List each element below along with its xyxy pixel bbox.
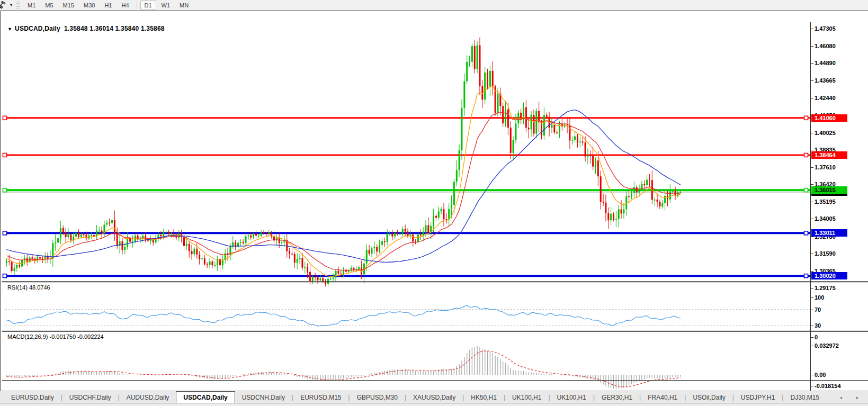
- price-level-label: 1.36015: [811, 186, 847, 194]
- price-tick-label: 1.44890: [815, 60, 836, 66]
- panel-separator[interactable]: [2, 331, 868, 332]
- panel-separator[interactable]: [2, 281, 868, 282]
- tab-usoil-daily[interactable]: USOil,Daily: [686, 392, 732, 403]
- timeframe-button-M15[interactable]: M15: [59, 1, 78, 10]
- rsi-tick-label: 70: [815, 306, 821, 313]
- macd-signal-line: [6, 351, 680, 387]
- line-drag-marker[interactable]: [3, 231, 7, 235]
- tab-eurusd-daily[interactable]: EURUSD,Daily: [4, 392, 61, 403]
- line-drag-marker[interactable]: [804, 116, 808, 120]
- tab-eurusd-m15[interactable]: EURUSD,M15: [293, 392, 348, 403]
- tab-fra40-h1[interactable]: FRA40,H1: [641, 392, 684, 403]
- price-tick-label: 1.47305: [815, 25, 836, 32]
- price-tick: [810, 202, 813, 202]
- macd-histogram: [6, 346, 680, 389]
- tool-dropdown-icon[interactable]: ▾: [10, 3, 12, 7]
- tab-uk100-h1[interactable]: UK100,H1: [505, 392, 548, 403]
- timeframe-button-W1[interactable]: W1: [157, 1, 175, 10]
- tab-xauusd-daily[interactable]: XAUUSD,Daily: [406, 392, 462, 403]
- price-tick: [810, 98, 813, 98]
- rsi-tick: [810, 297, 813, 298]
- line-drag-marker[interactable]: [804, 188, 808, 192]
- price-tick: [810, 219, 813, 219]
- toolbar-grip-handle[interactable]: [16, 2, 20, 9]
- macd-indicator-canvas[interactable]: [1, 342, 868, 391]
- price-tick-label: 1.29175: [815, 285, 836, 291]
- tab-uk100-h1[interactable]: UK100,H1: [550, 392, 593, 403]
- price-tick-label: 1.35195: [815, 199, 836, 205]
- status-strip: [0, 403, 868, 406]
- tab-dj30-m15[interactable]: DJ30,M15: [783, 392, 826, 403]
- line-drag-marker[interactable]: [804, 153, 808, 157]
- timeframe-button-D1[interactable]: D1: [140, 1, 156, 10]
- price-tick: [810, 254, 813, 254]
- tab-hk50-h1[interactable]: HK50,H1: [464, 392, 504, 403]
- price-tick: [810, 133, 813, 133]
- price-tick-label: 1.46080: [815, 43, 836, 49]
- macd-tick-label: 0.00: [815, 372, 826, 378]
- timeframe-button-M5[interactable]: M5: [41, 1, 57, 10]
- ohlc-close: 1.35868: [141, 25, 165, 32]
- price-tick-label: 1.37610: [815, 164, 836, 170]
- price-tick-label: 1.42440: [815, 95, 836, 101]
- line-drag-marker[interactable]: [804, 231, 808, 235]
- macd-label: MACD(12,26,9) -0.001750 -0.002224: [7, 333, 104, 340]
- rsi-tick-label: 0: [815, 334, 818, 340]
- moving-average-slow: [6, 110, 680, 263]
- chart-tabs: EURUSD,Daily|USDCHF,Daily|AUDUSD,DailyUS…: [4, 391, 826, 403]
- price-level-label: 1.38464: [811, 151, 847, 159]
- line-drag-marker[interactable]: [3, 274, 7, 278]
- macd-tick: [810, 386, 813, 386]
- toolbar-separator: [137, 2, 137, 9]
- price-tick: [810, 80, 813, 81]
- chart-symbol: USDCAD,Daily: [15, 25, 60, 32]
- chart-title: ▼USDCAD,Daily 1.35848 1.36014 1.35840 1.…: [7, 25, 165, 32]
- rsi-tick: [810, 310, 813, 310]
- panel-separator: [2, 380, 868, 381]
- chart-tool-icon[interactable]: [0, 1, 9, 10]
- rsi-tick: [810, 326, 813, 326]
- tab-audusd-daily[interactable]: AUDUSD,Daily: [120, 392, 176, 403]
- panel-separator[interactable]: [2, 283, 868, 283]
- chart-tab-bar: EURUSD,Daily|USDCHF,Daily|AUDUSD,DailyUS…: [0, 391, 868, 403]
- line-drag-marker[interactable]: [3, 188, 7, 192]
- price-level-label: 1.33011: [811, 229, 847, 237]
- collapse-icon[interactable]: ▼: [7, 26, 12, 32]
- rsi-indicator-canvas[interactable]: [1, 294, 868, 340]
- tab-usdcnh-daily[interactable]: USDCNH,Daily: [235, 392, 292, 403]
- timeframe-button-MN[interactable]: MN: [175, 1, 193, 10]
- tab-usdjpy-h1[interactable]: USDJPY,H1: [734, 392, 782, 403]
- timeframe-button-M30[interactable]: M30: [79, 1, 99, 10]
- tab-ger30-h1[interactable]: GER30,H1: [595, 392, 639, 403]
- macd-tick-label: -0.018154: [815, 383, 841, 389]
- price-tick: [810, 150, 813, 150]
- rsi-tick: [810, 337, 813, 338]
- line-drag-marker[interactable]: [3, 116, 7, 120]
- timeframe-buttons: M1M5M15M30H1H4D1W1MN: [23, 1, 193, 10]
- tab-scroll-arrows[interactable]: ◂ ▸: [839, 395, 865, 400]
- timeframe-button-M1[interactable]: M1: [23, 1, 40, 10]
- macd-tick: [810, 346, 813, 346]
- ohlc-low: 1.35840: [115, 25, 139, 32]
- moving-average-fast: [6, 86, 680, 277]
- line-drag-marker[interactable]: [3, 153, 7, 157]
- timeframe-button-H1[interactable]: H1: [100, 1, 116, 10]
- main-price-chart-canvas[interactable]: [1, 22, 868, 292]
- tab-usdchf-daily[interactable]: USDCHF,Daily: [62, 392, 118, 403]
- timeframe-toolbar: ▾ M1M5M15M30H1H4D1W1MN: [0, 0, 868, 11]
- tab-gbpusd-m30[interactable]: GBPUSD,M30: [350, 392, 405, 403]
- price-axis-line: [810, 22, 811, 391]
- price-tick: [810, 46, 813, 47]
- rsi-label: RSI(14) 48.0746: [7, 284, 50, 291]
- line-drag-marker[interactable]: [804, 274, 808, 278]
- price-tick-label: 1.40025: [815, 130, 836, 136]
- price-tick: [810, 271, 813, 272]
- moving-average-mid: [6, 112, 680, 270]
- price-level-label: 1.30020: [811, 272, 847, 279]
- mt4-window: ▾ M1M5M15M30H1H4D1W1MN ▼USDCAD,Daily 1.3…: [0, 0, 868, 406]
- tab-usdcad-daily[interactable]: USDCAD,Daily: [176, 391, 235, 403]
- candles: [6, 38, 681, 286]
- timeframe-button-H4[interactable]: H4: [117, 1, 133, 10]
- price-tick-label: 1.34005: [815, 215, 836, 222]
- panel-separator[interactable]: [2, 330, 868, 330]
